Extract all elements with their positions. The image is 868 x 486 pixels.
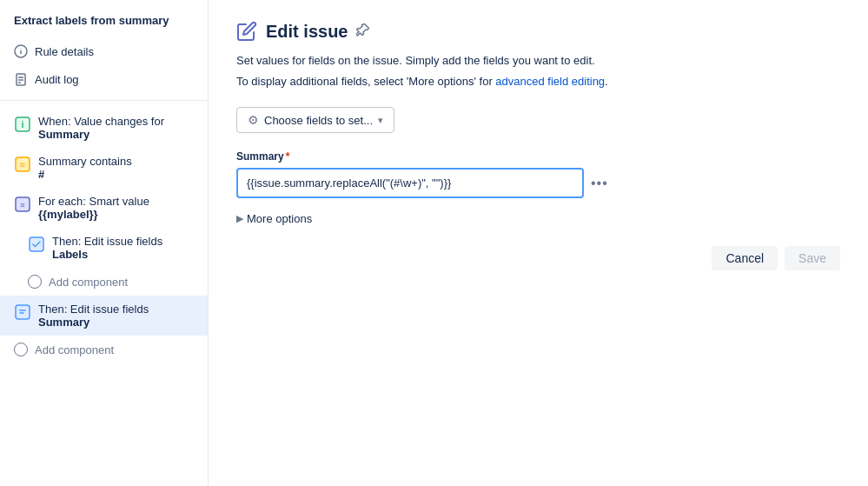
summary-input[interactable] (236, 168, 584, 198)
edit-issue-header: Edit issue (236, 21, 840, 42)
summary-field-group: Summary* ••• (236, 150, 840, 198)
add-component-2-label: Add component (35, 343, 114, 356)
clipboard-icon (14, 72, 28, 86)
description-post: . (605, 75, 608, 88)
summary-input-row: ••• (236, 168, 840, 198)
foreach-sublabel: {{mylabel}} (38, 208, 149, 221)
main-content: Edit issue Set values for fields on the … (209, 0, 868, 486)
chevron-right-icon: ▶ (236, 213, 243, 224)
choose-fields-label: Choose fields to set... (264, 114, 373, 127)
edit-summary-label: Then: Edit issue fields (38, 303, 149, 316)
summary-contains-text: Summary contains # (38, 155, 132, 181)
edit-labels-sublabel: Labels (52, 248, 162, 261)
info-icon (14, 44, 28, 58)
trigger-icon: i (14, 116, 31, 133)
summary-contains-sublabel: # (38, 168, 132, 181)
sidebar-title: Extract labels from summary (0, 14, 208, 37)
add-circle-icon-2 (14, 343, 28, 356)
edit-labels-text: Then: Edit issue fields Labels (52, 235, 162, 261)
flow-item-edit-labels[interactable]: Then: Edit issue fields Labels (0, 228, 208, 268)
page-title: Edit issue (266, 22, 348, 42)
when-trigger-sublabel: Summary (38, 128, 164, 141)
foreach-icon: ≡ (14, 196, 31, 213)
edit-labels-label: Then: Edit issue fields (52, 235, 162, 248)
add-component-1-label: Add component (49, 276, 128, 289)
when-trigger-label: When: Value changes for (38, 115, 164, 128)
action-buttons: Cancel Save (236, 246, 840, 270)
summary-field-label: Summary* (236, 150, 840, 163)
add-circle-icon-1 (28, 275, 42, 289)
pin-icon[interactable] (356, 23, 370, 40)
audit-log-label: Audit log (35, 73, 79, 86)
sidebar: Extract labels from summary Rule details… (0, 0, 209, 486)
more-actions-icon[interactable]: ••• (591, 176, 608, 191)
choose-fields-button[interactable]: ⚙ Choose fields to set... ▾ (236, 107, 394, 133)
cancel-button[interactable]: Cancel (712, 246, 778, 270)
edit-summary-text: Then: Edit issue fields Summary (38, 303, 149, 329)
gear-icon: ⚙ (248, 113, 259, 127)
chevron-down-icon: ▾ (378, 115, 383, 126)
advanced-field-editing-link[interactable]: advanced field editing (495, 75, 605, 88)
more-options-toggle[interactable]: ▶ More options (236, 212, 840, 225)
condition-icon: ≈ (14, 156, 31, 173)
required-indicator: * (286, 150, 290, 163)
when-trigger-text: When: Value changes for Summary (38, 115, 164, 141)
svg-rect-14 (16, 305, 30, 319)
add-component-2[interactable]: Add component (0, 336, 208, 363)
svg-point-2 (21, 49, 22, 50)
svg-text:≡: ≡ (20, 201, 24, 210)
sidebar-item-audit-log[interactable]: Audit log (0, 65, 208, 93)
flow-item-foreach[interactable]: ≡ For each: Smart value {{mylabel}} (0, 188, 208, 228)
flow-item-edit-summary[interactable]: Then: Edit issue fields Summary (0, 296, 208, 336)
add-component-1[interactable]: Add component (0, 268, 208, 296)
more-options-label: More options (247, 212, 312, 225)
divider-1 (0, 100, 208, 101)
edit-summary-icon (14, 303, 31, 321)
edit-summary-sublabel: Summary (38, 316, 149, 329)
rule-details-label: Rule details (35, 45, 94, 58)
svg-text:≈: ≈ (20, 160, 25, 170)
sidebar-item-rule-details[interactable]: Rule details (0, 37, 208, 65)
foreach-label: For each: Smart value (38, 195, 149, 208)
description-line1: Set values for fields on the issue. Simp… (236, 52, 840, 70)
flow-item-summary-contains[interactable]: ≈ Summary contains # (0, 148, 208, 188)
description-line2: To display additional fields, select 'Mo… (236, 73, 840, 90)
summary-contains-label: Summary contains (38, 155, 132, 168)
description-pre: To display additional fields, select 'Mo… (236, 75, 495, 88)
pencil-icon (236, 21, 257, 42)
svg-text:i: i (21, 119, 23, 130)
foreach-text: For each: Smart value {{mylabel}} (38, 195, 149, 221)
edit-labels-icon (28, 236, 45, 253)
flow-item-when-trigger[interactable]: i When: Value changes for Summary (0, 108, 208, 148)
save-button[interactable]: Save (785, 246, 840, 270)
